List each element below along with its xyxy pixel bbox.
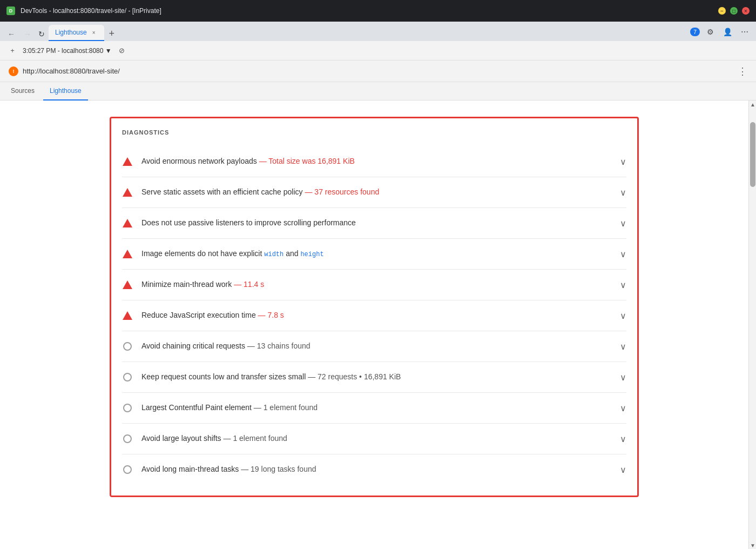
info-icon-11 — [122, 464, 133, 475]
browser-tab-bar: ← → ↻ Lighthouse × + 7 ⚙ 👤 ⋯ — [0, 22, 756, 41]
chevron-icon-8: ∨ — [620, 372, 626, 383]
chevron-icon-1: ∨ — [620, 157, 626, 167]
triangle-icon — [123, 157, 132, 166]
audit-label-6: Reduce JavaScript execution time — [141, 311, 256, 319]
notification-badge: 7 — [690, 28, 700, 36]
new-tab-button[interactable]: + — [104, 26, 119, 41]
devtools-tab-sources-label: Sources — [11, 87, 35, 95]
audit-detail-1: — Total size was 16,891 KiB — [259, 157, 355, 165]
audit-middle-4: and — [284, 249, 300, 258]
chevron-icon-11: ∨ — [620, 465, 626, 475]
devtools-tab-sources[interactable]: Sources — [4, 82, 41, 101]
scrollbar-thumb[interactable] — [750, 122, 755, 187]
circle-icon-11 — [123, 465, 132, 474]
audit-item-main-thread[interactable]: Minimize main-thread work — 11.4 s ∨ — [122, 270, 626, 300]
warning-icon-2 — [122, 187, 133, 198]
code-width: width — [264, 251, 284, 258]
user-icon[interactable]: 👤 — [720, 25, 734, 39]
window-controls: − □ × — [718, 7, 750, 15]
devtools-tab-bar: Sources Lighthouse — [0, 82, 756, 101]
audit-text-10: Avoid large layout shifts — 1 element fo… — [141, 433, 613, 444]
scroll-up-button[interactable]: ▲ — [749, 101, 756, 108]
audit-label-7: Avoid chaining critical requests — [141, 342, 245, 350]
scroll-down-button[interactable]: ▼ — [749, 541, 756, 549]
chevron-icon-3: ∨ — [620, 218, 626, 229]
audit-label-5: Minimize main-thread work — [141, 280, 232, 289]
audit-item-image-dimensions[interactable]: Image elements do not have explicit widt… — [122, 239, 626, 270]
chevron-icon-2: ∨ — [620, 188, 626, 198]
devtools-tab-lighthouse-label: Lighthouse — [50, 87, 82, 95]
main-content: DIAGNOSTICS Avoid enormous network paylo… — [0, 101, 756, 549]
restore-button[interactable]: □ — [730, 7, 738, 15]
audit-text-2: Serve static assets with an efficient ca… — [141, 187, 613, 198]
devtools-tab-lighthouse[interactable]: Lighthouse — [43, 82, 88, 101]
warning-icon-5 — [122, 279, 133, 290]
audit-label-2: Serve static assets with an efficient ca… — [141, 188, 303, 196]
scrollbar[interactable]: ▲ ▼ — [748, 101, 756, 549]
audit-detail-11: — 19 long tasks found — [241, 465, 316, 473]
forward-button[interactable]: → — [21, 27, 35, 41]
circle-icon-7 — [123, 342, 132, 351]
audit-item-passive-listeners[interactable]: Does not use passive listeners to improv… — [122, 208, 626, 239]
audit-text-9: Largest Contentful Paint element — 1 ele… — [141, 403, 613, 413]
tab-lighthouse[interactable]: Lighthouse × — [49, 25, 104, 41]
stop-icon: ⊘ — [119, 46, 125, 55]
url-text[interactable]: http://localhost:8080/travel-site/ — [23, 67, 733, 75]
info-icon-10 — [122, 433, 133, 444]
audit-label-8: Keep request counts low and transfer siz… — [141, 372, 306, 381]
circle-icon-10 — [123, 434, 132, 443]
stop-button[interactable]: ⊘ — [116, 45, 128, 57]
host-text: localhost:8080 — [62, 47, 103, 55]
audit-detail-7: — 13 chains found — [247, 342, 310, 350]
chevron-icon-5: ∨ — [620, 280, 626, 290]
warning-icon-4 — [122, 249, 133, 259]
audit-text-8: Keep request counts low and transfer siz… — [141, 372, 613, 383]
info-icon-9 — [122, 403, 133, 413]
audit-text-7: Avoid chaining critical requests — 13 ch… — [141, 341, 613, 352]
title-bar: D DevTools - localhost:8080/travel-site/… — [0, 0, 756, 22]
warning-icon-1 — [122, 156, 133, 167]
audit-detail-10: — 1 element found — [224, 434, 287, 443]
close-button[interactable]: × — [742, 7, 750, 15]
time-text: 3:05:27 PM — [23, 47, 56, 55]
audit-item-layout-shifts[interactable]: Avoid large layout shifts — 1 element fo… — [122, 424, 626, 454]
chevron-icon-7: ∨ — [620, 342, 626, 352]
chevron-icon-9: ∨ — [620, 403, 626, 413]
audit-label-3: Does not use passive listeners to improv… — [141, 218, 356, 227]
audit-label-10: Avoid large layout shifts — [141, 434, 221, 443]
audit-detail-9: — 1 element found — [254, 403, 318, 412]
back-button[interactable]: ← — [4, 27, 18, 41]
chevron-icon-10: ∨ — [620, 434, 626, 444]
audit-item-network-payloads[interactable]: Avoid enormous network payloads — Total … — [122, 146, 626, 177]
audit-item-js-execution[interactable]: Reduce JavaScript execution time — 7.8 s… — [122, 300, 626, 331]
settings-icon[interactable]: ⚙ — [703, 25, 717, 39]
more-options-icon[interactable]: ⋯ — [738, 25, 752, 39]
info-icon-7 — [122, 341, 133, 352]
audit-label-4: Image elements do not have explicit — [141, 249, 264, 258]
audit-detail-6: — 7.8 s — [258, 311, 284, 319]
reload-button[interactable]: ↻ — [35, 27, 49, 41]
audit-item-long-tasks[interactable]: Avoid long main-thread tasks — 19 long t… — [122, 454, 626, 485]
warning-icon-3 — [122, 218, 133, 229]
circle-icon-8 — [123, 373, 132, 381]
audit-label-9: Largest Contentful Paint element — [141, 403, 252, 412]
triangle-icon-5 — [123, 280, 132, 289]
audit-item-request-counts[interactable]: Keep request counts low and transfer siz… — [122, 362, 626, 393]
triangle-icon-2 — [123, 188, 132, 197]
url-bar: ! http://localhost:8080/travel-site/ ⋮ — [0, 61, 756, 82]
audit-detail-8: — 72 requests • 16,891 KiB — [308, 372, 401, 381]
site-icon: ! — [9, 66, 18, 76]
audit-text-1: Avoid enormous network payloads — Total … — [141, 156, 613, 167]
toolbar-right: 7 ⚙ 👤 ⋯ — [690, 25, 752, 41]
tab-close-button[interactable]: × — [90, 29, 98, 36]
audit-item-cache-policy[interactable]: Serve static assets with an efficient ca… — [122, 177, 626, 208]
audit-text-5: Minimize main-thread work — 11.4 s — [141, 279, 613, 290]
triangle-icon-4 — [123, 250, 132, 258]
url-more-button[interactable]: ⋮ — [738, 65, 747, 77]
minimize-button[interactable]: − — [718, 7, 726, 15]
audit-item-lcp[interactable]: Largest Contentful Paint element — 1 ele… — [122, 393, 626, 424]
new-tab-toolbar-button[interactable]: + — [6, 45, 18, 57]
site-icon-label: ! — [13, 69, 15, 74]
audit-item-critical-requests[interactable]: Avoid chaining critical requests — 13 ch… — [122, 331, 626, 362]
triangle-icon-3 — [123, 219, 132, 227]
